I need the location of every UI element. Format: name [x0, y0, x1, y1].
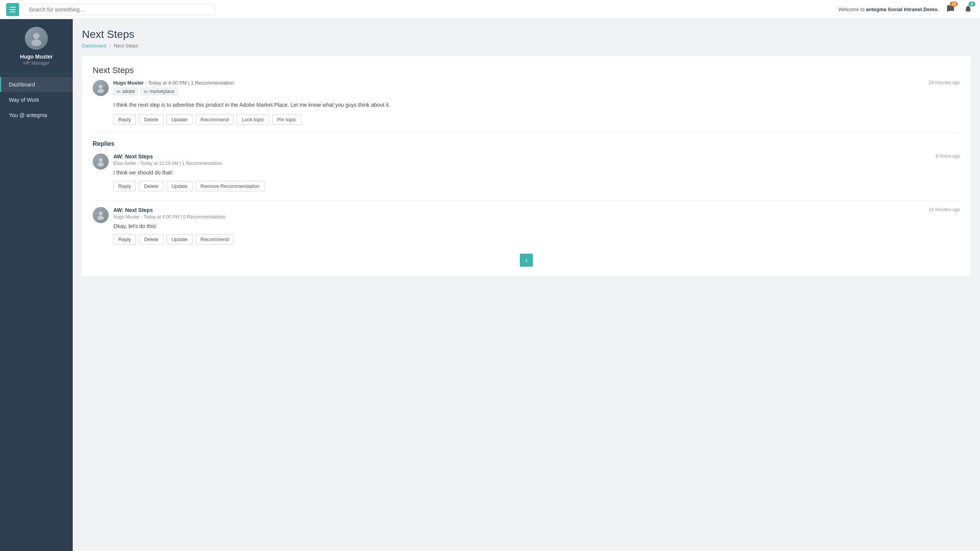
- topic-tags: adobe marketplace: [113, 88, 924, 95]
- page-title: Next Steps: [82, 28, 971, 41]
- sidebar: Hugo Muster HR Manager Dashboard Way of …: [0, 19, 73, 551]
- reply-1-timestamp: 6 hours ago: [936, 153, 960, 159]
- topic-update-button[interactable]: Update: [167, 114, 193, 125]
- topic-divider: [93, 132, 960, 133]
- reply-1-actions: Reply Delete Update Remove Recommendatio…: [113, 181, 265, 191]
- reply-2-meta: Hugo Muster - Today at 4:00 PM | 0 Recom…: [113, 214, 234, 220]
- notifications-button[interactable]: 8: [962, 3, 974, 16]
- topic-card: Next Steps Hugo Muster - Today: [82, 56, 971, 276]
- topic-action-buttons: Reply Delete Update Recommend Lock topic…: [113, 114, 960, 125]
- topic-body: I think the next step is to advertise th…: [113, 101, 960, 109]
- main-content: Next Steps Dashboard / Next Steps Next S…: [73, 19, 980, 551]
- menu-button[interactable]: [6, 3, 19, 16]
- topic-author-avatar: [93, 80, 109, 96]
- messages-button[interactable]: 18: [945, 3, 956, 16]
- top-bar-right: Welcome to antegma Social Intranet Demo.…: [838, 3, 974, 16]
- topic-post-meta: Hugo Muster - Today at 4:00 PM | 1 Recom…: [113, 80, 924, 95]
- reply-2-avatar: [93, 207, 109, 223]
- reply-2-reply-button[interactable]: Reply: [113, 234, 136, 245]
- sidebar-item-dashboard[interactable]: Dashboard: [0, 77, 73, 92]
- reply-2-actions: Reply Delete Update Recommend: [113, 234, 234, 245]
- reply-1-body: I think we should do that!: [113, 168, 265, 177]
- breadcrumb-home[interactable]: Dashboard: [82, 43, 106, 49]
- sidebar-item-dashboard-label: Dashboard: [9, 82, 35, 88]
- sidebar-user-name: Hugo Muster: [20, 54, 53, 60]
- sidebar-nav: Dashboard Way of Work You @ antegma: [0, 74, 73, 126]
- reply-1-recommendations: 1 Recommendation: [182, 161, 222, 166]
- topic-author-line: Hugo Muster - Today at 4:00 PM | 1 Recom…: [113, 80, 924, 86]
- topic-delete-button[interactable]: Delete: [139, 114, 163, 125]
- reply-1-meta: Elias Seller - Today at 10:19 AM | 1 Rec…: [113, 161, 265, 166]
- reply-2-body: Okay, let's do this!: [113, 222, 234, 230]
- reply-2-inner: AW: Next Steps Hugo Muster - Today at 4:…: [93, 207, 234, 245]
- reply-2-title: AW: Next Steps: [113, 207, 234, 213]
- topic-reply-button[interactable]: Reply: [113, 114, 136, 125]
- svg-point-1: [31, 39, 41, 46]
- reply-1-update-button[interactable]: Update: [167, 181, 193, 191]
- reply-1-remove-rec-button[interactable]: Remove Recommendation: [196, 181, 265, 191]
- breadcrumb: Dashboard / Next Steps: [82, 43, 971, 49]
- sidebar-item-way-of-work-label: Way of Work: [9, 97, 39, 103]
- tag-marketplace[interactable]: marketplace: [140, 88, 178, 95]
- notifications-badge: 8: [969, 2, 975, 7]
- reply-1-title: AW: Next Steps: [113, 153, 265, 160]
- reply-1-inner: AW: Next Steps Elias Seller - Today at 1…: [93, 153, 265, 191]
- svg-point-6: [99, 212, 103, 215]
- topic-title: Next Steps: [93, 65, 960, 75]
- topic-timestamp: 24 minutes ago: [929, 80, 960, 85]
- reply-1-delete-button[interactable]: Delete: [139, 181, 163, 191]
- reply-2-time-label: Today at 4:00 PM: [144, 214, 179, 220]
- topic-lock-button[interactable]: Lock topic: [237, 114, 269, 125]
- avatar: [25, 27, 48, 50]
- reply-2-author: Hugo Muster: [113, 214, 140, 220]
- reply-1-avatar: [93, 153, 109, 170]
- sidebar-item-you-at-antegma-label: You @ antegma: [9, 112, 47, 118]
- sidebar-user-role: HR Manager: [23, 60, 49, 66]
- reply-2-content: AW: Next Steps Hugo Muster - Today at 4:…: [113, 207, 234, 245]
- sidebar-item-way-of-work[interactable]: Way of Work: [0, 92, 73, 108]
- tag-adobe[interactable]: adobe: [113, 88, 138, 95]
- reply-2-update-button[interactable]: Update: [167, 234, 193, 245]
- reply-2-delete-button[interactable]: Delete: [139, 234, 163, 245]
- reply-1-time-label: Today at 10:19 AM: [140, 161, 178, 166]
- topic-time-label: Today at 4:00 PM: [148, 80, 187, 86]
- topic-recommendations: 1 Recommendation: [191, 80, 234, 86]
- reply-item: AW: Next Steps Elias Seller - Today at 1…: [93, 153, 960, 191]
- reply-1-reply-button[interactable]: Reply: [113, 181, 136, 191]
- topic-pin-button[interactable]: Pin topic: [272, 114, 301, 125]
- topic-recommend-button[interactable]: Recommend: [196, 114, 234, 125]
- welcome-text: Welcome to antegma Social Intranet Demo.: [838, 7, 939, 12]
- reply-2-header: AW: Next Steps Hugo Muster - Today at 4:…: [93, 207, 960, 245]
- top-bar: Welcome to antegma Social Intranet Demo.…: [0, 0, 980, 19]
- reply-1-content: AW: Next Steps Elias Seller - Today at 1…: [113, 153, 265, 191]
- reply-2-timestamp: 24 minutes ago: [929, 207, 960, 212]
- svg-point-5: [98, 162, 104, 166]
- reply-2-recommendations: 0 Recommendations: [183, 214, 225, 220]
- replies-title: Replies: [93, 140, 960, 147]
- breadcrumb-current: Next Steps: [114, 43, 138, 49]
- hamburger-icon: [10, 7, 16, 12]
- replies-section: Replies: [93, 140, 960, 245]
- reply-item: AW: Next Steps Hugo Muster - Today at 4:…: [93, 207, 960, 245]
- avatar-image: [25, 27, 48, 50]
- reply-2-recommend-button[interactable]: Recommend: [196, 234, 234, 245]
- breadcrumb-separator: /: [109, 43, 111, 49]
- topic-post-header: Hugo Muster - Today at 4:00 PM | 1 Recom…: [93, 80, 960, 96]
- page-1-button[interactable]: 1: [520, 254, 533, 267]
- svg-point-3: [98, 89, 104, 93]
- sidebar-user-info: Hugo Muster HR Manager: [0, 19, 73, 74]
- pagination: 1: [93, 254, 960, 267]
- reply-1-header: AW: Next Steps Elias Seller - Today at 1…: [93, 153, 960, 191]
- svg-point-2: [99, 85, 103, 88]
- reply-1-author: Elias Seller: [113, 161, 136, 166]
- topic-author-name: Hugo Muster: [113, 80, 144, 86]
- sidebar-item-you-at-antegma[interactable]: You @ antegma: [0, 108, 73, 123]
- svg-point-7: [98, 216, 104, 220]
- reply-divider: [93, 201, 960, 201]
- search-input[interactable]: [24, 4, 215, 15]
- svg-point-4: [99, 158, 103, 162]
- messages-badge: 18: [950, 2, 958, 7]
- svg-point-0: [33, 33, 39, 39]
